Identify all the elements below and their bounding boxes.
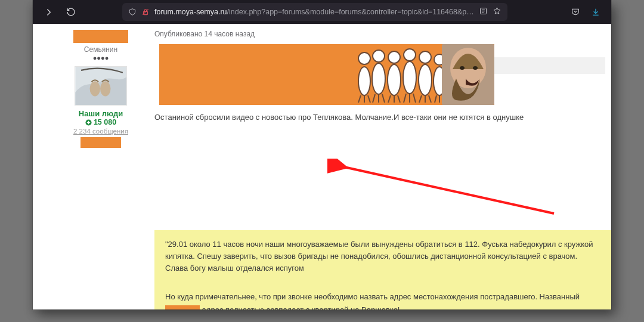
- location-redacted: [80, 137, 121, 148]
- annotation-arrow-icon: [327, 159, 566, 230]
- post-timestamp[interactable]: Опубликовано 14 часов назад: [154, 30, 605, 38]
- reader-mode-icon[interactable]: [479, 7, 488, 17]
- cartoon-figures-icon: [352, 47, 448, 104]
- svg-line-27: [344, 167, 554, 213]
- author-postcount[interactable]: 2 234 сообщения: [59, 128, 143, 135]
- shield-icon: [128, 8, 137, 16]
- browser-toolbar: forum.moya-semya.ru/index.php?app=forums…: [33, 0, 611, 24]
- svg-point-14: [373, 50, 385, 62]
- svg-point-19: [419, 64, 432, 95]
- quote-p2: Но куда примечательнее, что при звонке н…: [165, 291, 602, 309]
- svg-point-15: [388, 64, 401, 95]
- username-redacted: [73, 30, 128, 43]
- window-frame: forum.moya-semya.ru/index.php?app=forums…: [33, 0, 611, 309]
- quote-redacted: [165, 305, 200, 309]
- svg-point-13: [372, 63, 385, 94]
- person-photo: [442, 44, 494, 105]
- svg-point-9: [100, 81, 110, 96]
- quote-block: "29.01 около 11 часов ночи наши многоува…: [154, 230, 611, 309]
- svg-point-17: [403, 61, 416, 94]
- page-content: Семьянин ●●●● Наши люди 15 080 2 234 соо…: [33, 24, 611, 309]
- svg-point-8: [90, 81, 100, 96]
- downloads-icon[interactable]: [586, 2, 605, 21]
- svg-point-20: [419, 51, 431, 63]
- svg-point-11: [358, 67, 370, 95]
- author-role: Семьянин: [59, 45, 143, 54]
- svg-point-18: [404, 49, 416, 61]
- author-avatar[interactable]: [75, 66, 127, 106]
- post-text: Останиной сбросили видео с новостью про …: [154, 112, 524, 123]
- address-bar[interactable]: forum.moya-semya.ru/index.php?app=forums…: [122, 3, 507, 21]
- post-body: Опубликовано 14 часов назад: [154, 30, 605, 123]
- svg-point-12: [358, 52, 370, 64]
- author-reputation[interactable]: 15 080: [59, 118, 143, 126]
- author-group: Наши люди: [59, 109, 143, 118]
- svg-point-26: [473, 66, 478, 70]
- pocket-icon[interactable]: [566, 2, 585, 21]
- lock-insecure-icon: [141, 8, 150, 16]
- url-text: forum.moya-semya.ru/index.php?app=forums…: [154, 8, 474, 16]
- bookmark-star-icon[interactable]: [493, 7, 501, 17]
- quote-p1: "29.01 около 11 часов ночи наши многоува…: [165, 239, 602, 274]
- author-panel: Семьянин ●●●● Наши люди 15 080 2 234 соо…: [59, 30, 143, 148]
- svg-point-25: [460, 66, 465, 70]
- embedded-banner: [154, 44, 605, 105]
- forward-button[interactable]: [39, 2, 58, 21]
- svg-point-16: [388, 51, 400, 63]
- reload-button[interactable]: [61, 2, 80, 21]
- rank-pips: ●●●●: [59, 54, 143, 61]
